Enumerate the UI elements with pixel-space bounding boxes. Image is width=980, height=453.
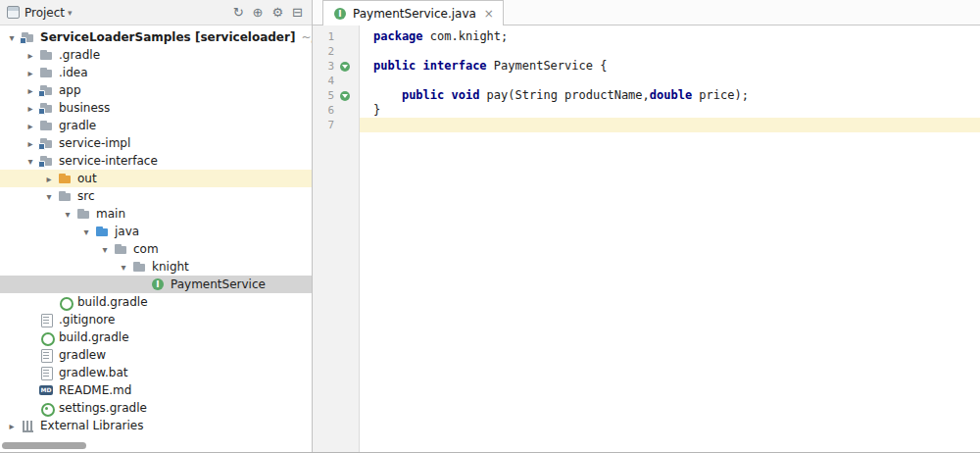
code-line-2[interactable] — [360, 44, 980, 59]
gutter-row-5: 5 — [313, 88, 359, 103]
close-icon[interactable]: × — [484, 7, 494, 21]
chevron-collapsed-icon[interactable]: ▸ — [23, 68, 38, 78]
chevron-collapsed-icon[interactable]: ▸ — [23, 50, 38, 61]
folder-source-icon — [94, 224, 110, 239]
code-text — [373, 88, 402, 102]
module-icon — [20, 29, 35, 45]
project-panel-title[interactable]: Project — [24, 6, 65, 20]
tree-item-readme-md[interactable]: README.md — [0, 381, 312, 399]
code-keyword: double — [650, 88, 692, 102]
code-area[interactable]: package com.knight;public interface Paym… — [360, 25, 980, 452]
libraries-icon — [20, 418, 35, 433]
tree-item-build-gradle[interactable]: build.gradle — [0, 328, 312, 346]
tree-item-label: gradle — [59, 119, 96, 132]
tree-item-paymentservice[interactable]: PaymentService — [0, 276, 312, 293]
tree-item-label: out — [77, 172, 97, 185]
chevron-collapsed-icon[interactable]: ▸ — [23, 138, 38, 149]
chevron-expanded-icon[interactable]: ▾ — [97, 244, 113, 255]
tree-item-settings-gradle[interactable]: settings.gradle — [0, 399, 312, 417]
code-keyword: package — [373, 29, 423, 43]
tree-item-external-libraries[interactable]: ▸External Libraries — [0, 417, 312, 434]
tab-paymentservice-java[interactable]: PaymentService.java × — [322, 0, 504, 25]
chevron-expanded-icon[interactable]: ▾ — [78, 226, 94, 237]
module-icon — [38, 82, 54, 98]
horizontal-scrollbar-thumb[interactable] — [2, 442, 86, 449]
chevron-collapsed-icon[interactable]: ▸ — [4, 421, 20, 431]
code-keyword: public interface — [373, 59, 487, 73]
tree-item-com[interactable]: ▾com — [0, 240, 312, 258]
project-toolbar: ↻⊕⚙⊟ — [233, 6, 305, 19]
tree-item-gradle[interactable]: ▸gradle — [0, 117, 312, 134]
chevron-collapsed-icon[interactable]: ▸ — [23, 121, 38, 131]
chevron-collapsed-icon[interactable]: ▸ — [23, 103, 38, 114]
sync-icon[interactable]: ↻ — [233, 6, 244, 19]
chevron-expanded-icon[interactable]: ▾ — [23, 156, 38, 167]
code-line-4[interactable] — [360, 74, 980, 88]
tree-item-java[interactable]: ▾java — [0, 223, 312, 240]
settings-gear-icon[interactable]: ⚙ — [271, 6, 283, 19]
tree-item-service-interface[interactable]: ▾service-interface — [0, 152, 312, 170]
line-number: 4 — [313, 75, 334, 87]
tree-item-gradlew-bat[interactable]: gradlew.bat — [0, 364, 312, 381]
code-line-7[interactable] — [360, 118, 980, 132]
code-line-6[interactable]: } — [360, 103, 980, 118]
editor-gutter: 1234567 — [313, 25, 360, 452]
tree-item-gradlew[interactable]: gradlew — [0, 346, 312, 364]
tree-item-label: main — [96, 207, 125, 221]
tree-item-out[interactable]: ▸out — [0, 170, 312, 187]
tree-item-business[interactable]: ▸business — [0, 99, 312, 117]
tree-item-knight[interactable]: ▾knight — [0, 258, 312, 276]
tree-item-label: service-impl — [59, 136, 130, 150]
implemented-marker-icon[interactable] — [340, 91, 350, 101]
chevron-down-icon[interactable]: ▾ — [68, 8, 73, 18]
module-icon — [38, 100, 54, 116]
tree-item-idea[interactable]: ▸.idea — [0, 64, 312, 81]
gutter-row-4: 4 — [313, 74, 359, 88]
code-line-5[interactable]: public void pay(String productName,doubl… — [360, 88, 980, 103]
tree-item-label: ServiceLoaderSamples [serviceloader] — [40, 30, 295, 44]
interface-icon — [150, 277, 166, 292]
tree-item-qualifier: ~/code — [301, 30, 312, 44]
tree-item-gitignore[interactable]: .gitignore — [0, 311, 312, 328]
chevron-expanded-icon[interactable]: ▾ — [4, 32, 20, 43]
line-number: 6 — [313, 104, 334, 117]
locate-file-icon[interactable]: ⊕ — [253, 6, 264, 19]
folder-excluded-icon — [57, 171, 73, 186]
tree-item-serviceloadersamples-serviceloader[interactable]: ▾ServiceLoaderSamples [serviceloader]~/c… — [0, 28, 312, 46]
tree-item-app[interactable]: ▸app — [0, 81, 312, 99]
folder-icon — [38, 65, 54, 80]
editor-tab-bar: PaymentService.java × — [313, 0, 980, 25]
project-tool-icon — [7, 6, 20, 19]
tree-item-label: app — [59, 83, 81, 97]
file-icon — [38, 312, 54, 327]
chevron-expanded-icon[interactable]: ▾ — [116, 262, 131, 273]
line-number: 5 — [313, 89, 334, 102]
tree-item-gradle[interactable]: ▸.gradle — [0, 46, 312, 64]
tree-item-label: .gradle — [59, 48, 100, 62]
code-text: } — [373, 103, 380, 117]
tree-item-main[interactable]: ▾main — [0, 205, 312, 223]
chevron-collapsed-icon[interactable]: ▸ — [23, 85, 38, 96]
tree-item-src[interactable]: ▾src — [0, 187, 312, 205]
module-icon — [38, 135, 54, 151]
tree-item-build-gradle[interactable]: build.gradle — [0, 293, 312, 311]
code-text: PaymentService { — [487, 59, 608, 73]
editor-panel: PaymentService.java × 1234567 package co… — [313, 0, 980, 452]
chevron-expanded-icon[interactable]: ▾ — [41, 191, 57, 202]
code-text: pay(String productName, — [479, 88, 649, 102]
tree-item-service-impl[interactable]: ▸service-impl — [0, 134, 312, 152]
chevron-collapsed-icon[interactable]: ▸ — [41, 174, 57, 184]
tree-item-label: build.gradle — [77, 295, 148, 309]
folder-icon — [38, 47, 54, 63]
code-line-3[interactable]: public interface PaymentService { — [360, 59, 980, 74]
gradle-settings-icon — [38, 400, 54, 416]
code-line-1[interactable]: package com.knight; — [360, 29, 980, 44]
tree-item-label: knight — [152, 260, 189, 274]
folder-icon — [57, 188, 73, 204]
interface-icon — [332, 6, 348, 22]
collapse-all-icon[interactable]: ⊟ — [292, 6, 303, 19]
gutter-row-1: 1 — [313, 29, 359, 44]
chevron-expanded-icon[interactable]: ▾ — [60, 209, 75, 220]
implemented-marker-icon[interactable] — [340, 62, 350, 72]
folder-icon — [113, 241, 128, 257]
